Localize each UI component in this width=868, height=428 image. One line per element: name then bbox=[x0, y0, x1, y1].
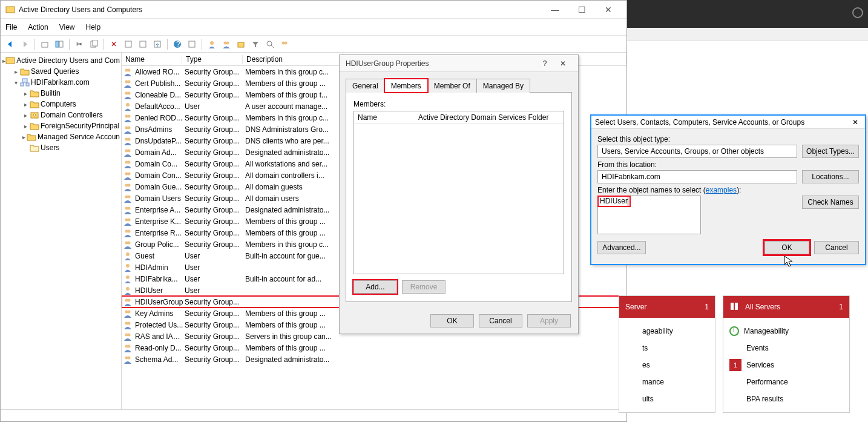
dashboard-card-server[interactable]: Server 1 ageabilitytsesmanceults bbox=[619, 295, 715, 413]
properties-close-button[interactable]: ✕ bbox=[554, 59, 572, 68]
members-listbox[interactable]: Name Active Directory Domain Services Fo… bbox=[353, 111, 564, 274]
back-icon[interactable] bbox=[4, 38, 16, 50]
minimize-button[interactable]: — bbox=[542, 1, 568, 18]
tree-item[interactable]: ▾HDIFabrikam.com bbox=[2, 77, 120, 88]
tab-members[interactable]: Members bbox=[384, 79, 428, 93]
cell-name: DnsUpdateP... bbox=[134, 137, 183, 145]
card-row-label: mance bbox=[642, 378, 664, 386]
menu-help[interactable]: Help bbox=[86, 23, 101, 31]
examples-link[interactable]: examples bbox=[706, 186, 737, 194]
tab-managed-by[interactable]: Managed By bbox=[476, 79, 530, 93]
help-icon[interactable]: ? bbox=[171, 38, 183, 50]
account-icon[interactable] bbox=[852, 7, 863, 18]
card-row[interactable]: ts bbox=[625, 340, 709, 357]
col-name[interactable]: Name bbox=[122, 55, 182, 64]
object-types-button[interactable]: Object Types... bbox=[802, 145, 859, 158]
card-row[interactable]: ults bbox=[625, 390, 709, 407]
card-row[interactable]: BPA results bbox=[729, 390, 843, 407]
object-type-field bbox=[597, 145, 797, 158]
servers-icon bbox=[729, 301, 740, 312]
svg-point-34 bbox=[128, 114, 131, 117]
select-cancel-button[interactable]: Cancel bbox=[814, 241, 859, 254]
list-item[interactable]: Schema Ad...Security Group...Designated … bbox=[122, 354, 626, 365]
card-row[interactable]: 1Services bbox=[729, 357, 843, 374]
svg-point-60 bbox=[126, 287, 130, 291]
properties-help-button[interactable]: ? bbox=[536, 59, 554, 68]
add-button[interactable]: Add... bbox=[353, 280, 397, 294]
up-icon[interactable] bbox=[39, 38, 51, 50]
menu-action[interactable]: Action bbox=[28, 23, 48, 31]
menu-file[interactable]: File bbox=[5, 23, 17, 31]
tab-general[interactable]: General bbox=[346, 79, 385, 93]
new-group-icon[interactable] bbox=[220, 38, 232, 50]
tab-content-members: Members: Name Active Directory Domain Se… bbox=[346, 93, 572, 302]
dashboard-card-all-servers[interactable]: All Servers 1 ManageabilityEvents1Servic… bbox=[723, 295, 850, 413]
show-hide-icon[interactable] bbox=[53, 38, 65, 50]
copy-icon[interactable] bbox=[88, 38, 100, 50]
members-label: Members: bbox=[353, 100, 564, 108]
add-criteria-icon[interactable] bbox=[278, 38, 291, 50]
advanced-button[interactable]: Advanced... bbox=[597, 241, 646, 254]
expander-icon[interactable]: ▸ bbox=[21, 123, 30, 130]
expander-icon[interactable]: ▸ bbox=[21, 90, 30, 97]
tree-item[interactable]: ▸Computers bbox=[2, 99, 120, 110]
expander-icon[interactable]: ▾ bbox=[12, 79, 20, 86]
group-icon bbox=[123, 343, 133, 353]
new-ou-icon[interactable] bbox=[235, 38, 247, 50]
svg-rect-7 bbox=[140, 41, 146, 47]
new-user-icon[interactable] bbox=[206, 38, 218, 50]
properties2-icon[interactable] bbox=[137, 38, 149, 50]
card-row[interactable]: Performance bbox=[729, 374, 843, 390]
properties-titlebar[interactable]: HDIUserGroup Properties ? ✕ bbox=[340, 55, 578, 72]
expander-icon[interactable]: ▸ bbox=[21, 112, 30, 119]
tool-icon-1[interactable] bbox=[186, 38, 198, 50]
properties-ok-button[interactable]: OK bbox=[430, 314, 474, 328]
tree-item[interactable]: ▸Saved Queries bbox=[2, 66, 120, 77]
check-names-button[interactable]: Check Names bbox=[802, 196, 859, 209]
properties-icon[interactable] bbox=[122, 38, 134, 50]
members-col-name[interactable]: Name bbox=[354, 113, 415, 122]
tree-item[interactable]: ▸Builtin bbox=[2, 88, 120, 99]
card-row[interactable]: mance bbox=[625, 374, 709, 390]
find-icon[interactable] bbox=[264, 38, 276, 50]
tree-item[interactable]: Users bbox=[2, 142, 120, 153]
tree-item[interactable]: ▸Domain Controllers bbox=[2, 110, 120, 120]
tree-item[interactable]: ▸Managed Service Accoun bbox=[2, 131, 120, 142]
properties-cancel-button[interactable]: Cancel bbox=[479, 314, 522, 328]
expander-icon[interactable]: ▸ bbox=[21, 134, 27, 140]
col-type[interactable]: Type bbox=[182, 55, 243, 64]
expander-icon[interactable]: ▸ bbox=[21, 101, 30, 108]
cut-icon[interactable]: ✂ bbox=[73, 38, 85, 50]
remove-button: Remove bbox=[402, 280, 446, 294]
cell-name: Schema Ad... bbox=[134, 355, 183, 364]
cell-name: HDIAdmin bbox=[134, 263, 183, 272]
aduc-titlebar[interactable]: Active Directory Users and Computers — ☐… bbox=[1, 1, 626, 19]
group-icon bbox=[123, 332, 133, 341]
delete-icon[interactable]: ✕ bbox=[108, 38, 120, 50]
tab-member-of[interactable]: Member Of bbox=[427, 79, 477, 93]
card-row[interactable]: es bbox=[625, 357, 709, 374]
tree-item[interactable]: ▸ForeignSecurityPrincipal bbox=[2, 120, 120, 131]
filter-icon[interactable] bbox=[249, 38, 261, 50]
card-row[interactable]: ageability bbox=[625, 323, 709, 340]
close-button[interactable]: ✕ bbox=[595, 1, 622, 18]
select-close-button[interactable]: ✕ bbox=[849, 118, 861, 127]
locations-button[interactable]: Locations... bbox=[802, 170, 859, 183]
tree-item[interactable]: ▸Active Directory Users and Com bbox=[2, 55, 120, 66]
expander-icon[interactable]: ▸ bbox=[12, 68, 20, 75]
cell-desc: Members of this group ... bbox=[244, 344, 626, 352]
select-titlebar[interactable]: Select Users, Contacts, Computers, Servi… bbox=[591, 116, 865, 129]
tree-label: ForeignSecurityPrincipal bbox=[41, 122, 119, 130]
card-count: 1 bbox=[705, 303, 709, 311]
aduc-statusbar bbox=[1, 409, 626, 421]
card-row[interactable]: Manageability bbox=[729, 323, 843, 340]
list-item[interactable]: Read-only D...Security Group...Members o… bbox=[122, 342, 626, 354]
card-row[interactable]: Events bbox=[729, 340, 843, 357]
members-col-folder[interactable]: Active Directory Domain Services Folder bbox=[415, 113, 564, 122]
group-icon bbox=[123, 297, 133, 307]
maximize-button[interactable]: ☐ bbox=[568, 1, 595, 18]
menu-view[interactable]: View bbox=[59, 23, 75, 31]
export-icon[interactable] bbox=[151, 38, 163, 50]
select-ok-button[interactable]: OK bbox=[764, 241, 809, 254]
aduc-tree-panel[interactable]: ▸Active Directory Users and Com▸Saved Qu… bbox=[1, 53, 122, 409]
